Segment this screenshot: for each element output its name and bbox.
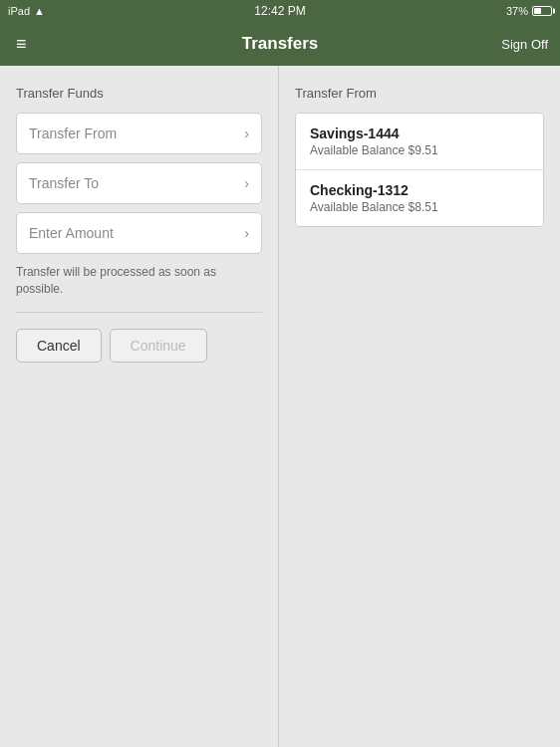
status-bar-right: 37% [506, 5, 552, 17]
nav-bar: ≡ Transfers Sign Off [0, 22, 560, 66]
device-label: iPad [8, 5, 30, 17]
account-item-checking[interactable]: Checking-1312 Available Balance $8.51 [296, 170, 543, 226]
continue-button[interactable]: Continue [110, 329, 207, 363]
info-text: Transfer will be processed as soon as po… [16, 264, 262, 298]
accounts-list: Savings-1444 Available Balance $9.51 Che… [295, 113, 544, 227]
page-title: Transfers [242, 34, 319, 54]
transfer-from-label: Transfer From [29, 125, 117, 141]
sign-off-button[interactable]: Sign Off [501, 37, 548, 52]
balance-value-savings: $9.51 [409, 143, 438, 157]
right-section-title: Transfer From [295, 86, 544, 101]
balance-label-savings: Available Balance [310, 143, 405, 157]
enter-amount-label: Enter Amount [29, 225, 114, 241]
left-panel: Transfer Funds Transfer From › Transfer … [0, 66, 279, 747]
enter-amount-chevron-icon: › [244, 225, 249, 241]
wifi-icon: ▲ [34, 5, 45, 17]
account-balance-savings: Available Balance $9.51 [310, 143, 529, 157]
main-content: Transfer Funds Transfer From › Transfer … [0, 66, 560, 747]
enter-amount-field[interactable]: Enter Amount › [16, 212, 262, 254]
status-bar-left: iPad ▲ [8, 5, 45, 17]
left-section-title: Transfer Funds [16, 86, 262, 101]
status-bar: iPad ▲ 12:42 PM 37% [0, 0, 560, 22]
button-row: Cancel Continue [16, 329, 262, 363]
balance-value-checking: $8.51 [409, 200, 438, 214]
transfer-from-chevron-icon: › [244, 125, 249, 141]
transfer-to-field[interactable]: Transfer To › [16, 162, 262, 204]
cancel-button[interactable]: Cancel [16, 329, 102, 363]
balance-label-checking: Available Balance [310, 200, 405, 214]
transfer-to-chevron-icon: › [244, 175, 249, 191]
battery-icon [532, 6, 552, 16]
battery-percentage: 37% [506, 5, 528, 17]
transfer-from-field[interactable]: Transfer From › [16, 113, 262, 154]
status-bar-time: 12:42 PM [254, 4, 305, 18]
menu-button[interactable]: ≡ [12, 30, 31, 59]
account-balance-checking: Available Balance $8.51 [310, 200, 529, 214]
account-item-savings[interactable]: Savings-1444 Available Balance $9.51 [296, 114, 543, 170]
right-panel: Transfer From Savings-1444 Available Bal… [279, 66, 560, 747]
divider [16, 312, 262, 313]
account-name-savings: Savings-1444 [310, 125, 529, 141]
account-name-checking: Checking-1312 [310, 182, 529, 198]
transfer-to-label: Transfer To [29, 175, 99, 191]
